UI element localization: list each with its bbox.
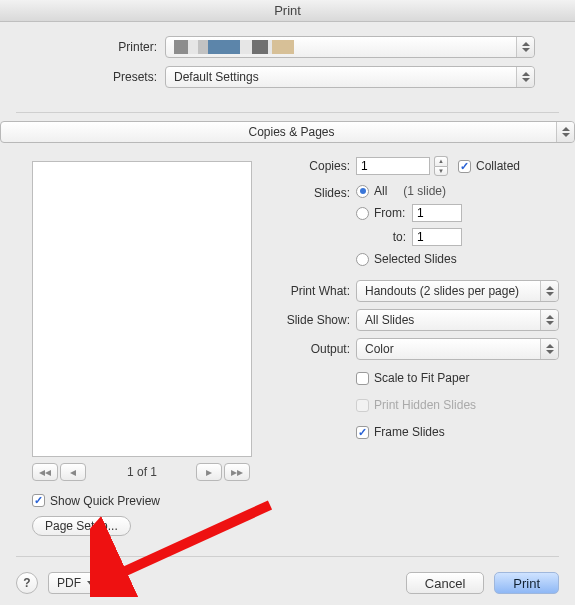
first-page-button[interactable]: ◂◂ — [32, 463, 58, 481]
show-quick-preview-checkbox[interactable]: Show Quick Preview — [32, 494, 160, 508]
triangle-down-icon — [87, 581, 95, 586]
presets-label: Presets: — [40, 70, 165, 84]
scale-to-fit-label: Scale to Fit Paper — [374, 371, 469, 385]
chevrons-icon — [540, 281, 558, 301]
print-what-label: Print What: — [270, 284, 356, 298]
slides-count: (1 slide) — [403, 184, 446, 198]
copies-input[interactable] — [356, 157, 430, 175]
divider — [16, 556, 559, 557]
chevrons-icon — [540, 339, 558, 359]
frame-slides-checkbox[interactable]: Frame Slides — [356, 425, 445, 439]
chevrons-icon — [540, 310, 558, 330]
chevrons-icon — [556, 122, 574, 142]
printer-name-redacted — [174, 40, 294, 54]
pdf-menu-button[interactable]: PDF — [48, 572, 104, 594]
slides-from-radio[interactable] — [356, 207, 369, 220]
selected-slides-label: Selected Slides — [374, 252, 457, 266]
checkbox-icon — [356, 372, 369, 385]
help-button[interactable]: ? — [16, 572, 38, 594]
from-input[interactable] — [412, 204, 462, 222]
presets-value: Default Settings — [174, 70, 259, 84]
output-select[interactable]: Color — [356, 338, 559, 360]
next-page-button[interactable]: ▸ — [196, 463, 222, 481]
window-title: Print — [0, 0, 575, 22]
cancel-button[interactable]: Cancel — [406, 572, 484, 594]
slide-show-label: Slide Show: — [270, 313, 356, 327]
chevrons-icon — [516, 67, 534, 87]
pdf-label: PDF — [57, 576, 81, 590]
selected-slides-radio[interactable] — [356, 253, 369, 266]
to-input[interactable] — [412, 228, 462, 246]
scale-to-fit-checkbox[interactable]: Scale to Fit Paper — [356, 371, 469, 385]
print-what-value: Handouts (2 slides per page) — [365, 284, 519, 298]
copies-stepper[interactable]: ▲▼ — [434, 156, 448, 176]
slides-all-label: All — [374, 184, 387, 198]
last-page-button[interactable]: ▸▸ — [224, 463, 250, 481]
print-button[interactable]: Print — [494, 572, 559, 594]
output-value: Color — [365, 342, 394, 356]
main-panel: ◂◂ ◂ 1 of 1 ▸ ▸▸ Show Quick Preview Page… — [0, 151, 575, 536]
printer-label: Printer: — [40, 40, 165, 54]
to-label: to: — [374, 230, 412, 244]
section-select[interactable]: Copies & Pages — [0, 121, 575, 143]
print-hidden-label: Print Hidden Slides — [374, 398, 476, 412]
options-column: Copies: ▲▼ Collated Slides: All (1 slide… — [256, 155, 559, 536]
preview-column: ◂◂ ◂ 1 of 1 ▸ ▸▸ Show Quick Preview Page… — [16, 155, 256, 536]
slide-show-select[interactable]: All Slides — [356, 309, 559, 331]
divider — [16, 112, 559, 113]
frame-slides-label: Frame Slides — [374, 425, 445, 439]
page-counter: 1 of 1 — [88, 465, 196, 479]
chevrons-icon — [516, 37, 534, 57]
from-label: From: — [374, 206, 412, 220]
presets-select[interactable]: Default Settings — [165, 66, 535, 88]
footer: ? PDF Cancel Print — [0, 561, 575, 605]
print-what-select[interactable]: Handouts (2 slides per page) — [356, 280, 559, 302]
collated-label: Collated — [476, 159, 520, 173]
slide-show-value: All Slides — [365, 313, 414, 327]
page-preview — [32, 161, 252, 457]
section-value: Copies & Pages — [248, 125, 334, 139]
prev-page-button[interactable]: ◂ — [60, 463, 86, 481]
checkbox-icon — [458, 160, 471, 173]
checkbox-icon — [356, 426, 369, 439]
collated-checkbox[interactable]: Collated — [458, 159, 520, 173]
show-quick-preview-label: Show Quick Preview — [50, 494, 160, 508]
printer-select[interactable] — [165, 36, 535, 58]
checkbox-icon — [356, 399, 369, 412]
print-hidden-checkbox: Print Hidden Slides — [356, 398, 476, 412]
copies-label: Copies: — [270, 159, 356, 173]
page-setup-button[interactable]: Page Setup... — [32, 516, 131, 536]
top-form: Printer: Presets: Default Settings — [0, 22, 575, 106]
slides-all-radio[interactable] — [356, 185, 369, 198]
checkbox-icon — [32, 494, 45, 507]
output-label: Output: — [270, 342, 356, 356]
slides-label: Slides: — [270, 184, 356, 200]
